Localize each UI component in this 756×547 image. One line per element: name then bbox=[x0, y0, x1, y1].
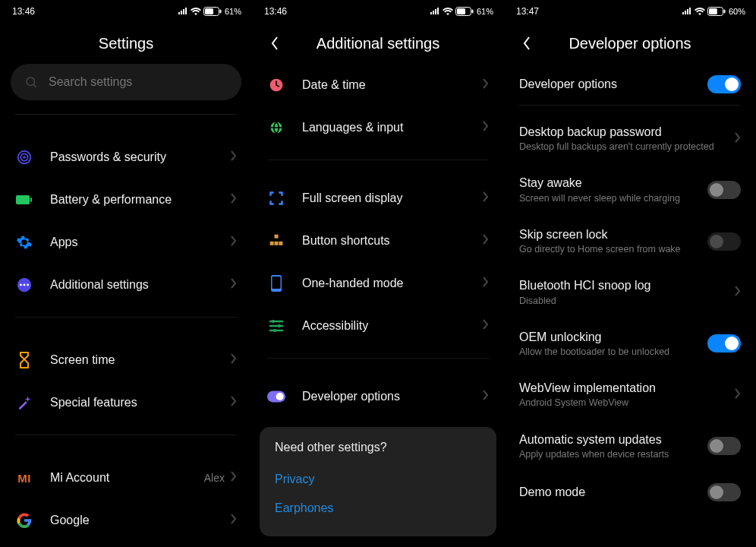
row-label: Google bbox=[50, 513, 231, 528]
dev-row-oem[interactable]: OEM unlocking Allow the bootloader to be… bbox=[504, 318, 756, 369]
svg-rect-31 bbox=[723, 10, 725, 14]
mi-icon: MI bbox=[15, 469, 33, 487]
svg-rect-18 bbox=[275, 235, 279, 239]
other-settings-card: Need other settings? PrivacyEarphones bbox=[260, 427, 496, 536]
status-bar: 13:46 61% bbox=[252, 0, 504, 23]
chevron-right-icon bbox=[483, 121, 489, 134]
svg-rect-21 bbox=[279, 242, 282, 245]
settings-row-apps[interactable]: Apps bbox=[0, 221, 252, 264]
svg-rect-23 bbox=[272, 277, 281, 289]
row-label: Passwords & security bbox=[50, 150, 231, 165]
row-label: Stay awake bbox=[519, 175, 707, 190]
row-label: WebView implementation bbox=[519, 381, 735, 395]
row-label: OEM unlocking bbox=[519, 330, 707, 344]
phone-icon bbox=[267, 274, 285, 292]
row-label: Date & time bbox=[302, 77, 483, 93]
status-bar: 13:46 61% bbox=[0, 0, 252, 23]
settings-row-dev[interactable]: Developer options bbox=[252, 375, 504, 418]
svg-point-26 bbox=[273, 329, 276, 332]
chevron-right-icon bbox=[231, 471, 237, 485]
toggle-demo[interactable] bbox=[707, 483, 741, 501]
status-time: 13:46 bbox=[12, 6, 35, 17]
status-battery: 61% bbox=[477, 7, 493, 16]
pane-developer-options: 13:47 60% Developer options Developer op… bbox=[504, 0, 756, 547]
chevron-right-icon bbox=[231, 236, 237, 249]
search-box[interactable] bbox=[11, 64, 241, 100]
row-subtitle: Disabled bbox=[519, 295, 735, 307]
settings-row-onehand[interactable]: One-handed mode bbox=[252, 262, 504, 305]
toggle-auto-update[interactable] bbox=[707, 437, 741, 455]
pane-additional-settings: 13:46 61% Additional settings Date & tim… bbox=[252, 0, 504, 547]
svg-rect-2 bbox=[219, 10, 221, 14]
settings-row-special[interactable]: Special features bbox=[0, 381, 252, 424]
settings-row-additional[interactable]: Additional settings bbox=[0, 264, 252, 306]
toggle-oem[interactable] bbox=[707, 334, 741, 353]
wand-icon bbox=[15, 394, 33, 412]
row-label: Accessibility bbox=[302, 318, 483, 334]
settings-row-google[interactable]: Google bbox=[0, 499, 252, 542]
chevron-right-icon bbox=[483, 277, 489, 290]
back-button[interactable] bbox=[267, 36, 282, 51]
settings-row-lang[interactable]: Languages & input bbox=[252, 106, 504, 149]
row-label: Languages & input bbox=[302, 120, 483, 135]
settings-row-fullscreen[interactable]: Full screen display bbox=[252, 177, 504, 220]
svg-point-6 bbox=[23, 156, 26, 159]
svg-point-11 bbox=[24, 284, 26, 286]
dev-row-dev-master[interactable]: Developer options bbox=[504, 64, 756, 105]
status-icons bbox=[178, 7, 222, 16]
row-label: Desktop backup password bbox=[519, 125, 735, 139]
row-label: Demo mode bbox=[519, 485, 707, 499]
row-label: Skip screen lock bbox=[519, 227, 707, 242]
settings-row-a11y[interactable]: Accessibility bbox=[252, 305, 504, 347]
dev-row-demo[interactable]: Demo mode bbox=[504, 472, 756, 513]
settings-row-datetime[interactable]: Date & time bbox=[252, 64, 504, 106]
card-link-privacy[interactable]: Privacy bbox=[275, 465, 481, 494]
status-icons bbox=[430, 7, 474, 16]
search-icon bbox=[24, 75, 38, 89]
svg-rect-30 bbox=[709, 8, 717, 14]
svg-rect-8 bbox=[30, 198, 32, 202]
globe-icon bbox=[267, 119, 285, 137]
svg-rect-20 bbox=[275, 242, 279, 245]
status-bar: 13:47 60% bbox=[504, 0, 756, 23]
row-label: Full screen display bbox=[302, 191, 483, 206]
back-button[interactable] bbox=[519, 36, 534, 51]
gear-icon bbox=[15, 233, 33, 251]
search-input[interactable] bbox=[49, 75, 228, 89]
settings-row-passwords[interactable]: Passwords & security bbox=[0, 136, 252, 179]
dev-row-webview[interactable]: WebView implementation Android System We… bbox=[504, 369, 756, 420]
row-label: Special features bbox=[50, 395, 231, 410]
row-subtitle: Apply updates when device restarts bbox=[519, 448, 707, 460]
toggle-stay-awake[interactable] bbox=[707, 181, 741, 199]
settings-row-buttons[interactable]: Button shortcuts bbox=[252, 220, 504, 262]
chevron-right-icon bbox=[231, 150, 237, 164]
settings-row-battery[interactable]: Battery & performance bbox=[0, 179, 252, 221]
chevron-right-icon bbox=[483, 390, 489, 403]
chevron-right-icon bbox=[735, 388, 741, 402]
row-label: One-handed mode bbox=[302, 276, 483, 291]
status-battery: 60% bbox=[729, 7, 745, 16]
svg-point-28 bbox=[276, 393, 284, 400]
status-time: 13:46 bbox=[264, 6, 287, 17]
chevron-right-icon bbox=[231, 193, 237, 207]
sliders-icon bbox=[267, 317, 285, 335]
dev-row-auto-update[interactable]: Automatic system updates Apply updates w… bbox=[504, 421, 756, 472]
svg-point-10 bbox=[20, 284, 22, 286]
dev-row-bt-snoop[interactable]: Bluetooth HCI snoop log Disabled bbox=[504, 267, 756, 318]
settings-row-screentime[interactable]: Screen time bbox=[0, 339, 252, 381]
chevron-right-icon bbox=[231, 514, 237, 527]
row-subtitle: Allow the bootloader to be unlocked bbox=[519, 346, 707, 358]
toggle-dev-master[interactable] bbox=[707, 75, 741, 93]
chevron-right-icon bbox=[483, 319, 489, 333]
hourglass-icon bbox=[15, 351, 33, 369]
row-label: Mi Account bbox=[50, 470, 204, 485]
dev-row-desktop-backup[interactable]: Desktop backup password Desktop full bac… bbox=[504, 113, 756, 164]
dev-row-stay-awake[interactable]: Stay awake Screen will never sleep while… bbox=[504, 164, 756, 215]
settings-row-mi-account[interactable]: MI Mi Account Alex bbox=[0, 457, 252, 499]
page-title: Settings bbox=[0, 35, 252, 52]
row-label: Developer options bbox=[519, 77, 707, 91]
card-link-earphones[interactable]: Earphones bbox=[275, 494, 481, 523]
target-icon bbox=[15, 148, 33, 166]
row-label: Bluetooth HCI snoop log bbox=[519, 278, 735, 292]
status-icons bbox=[682, 7, 726, 16]
